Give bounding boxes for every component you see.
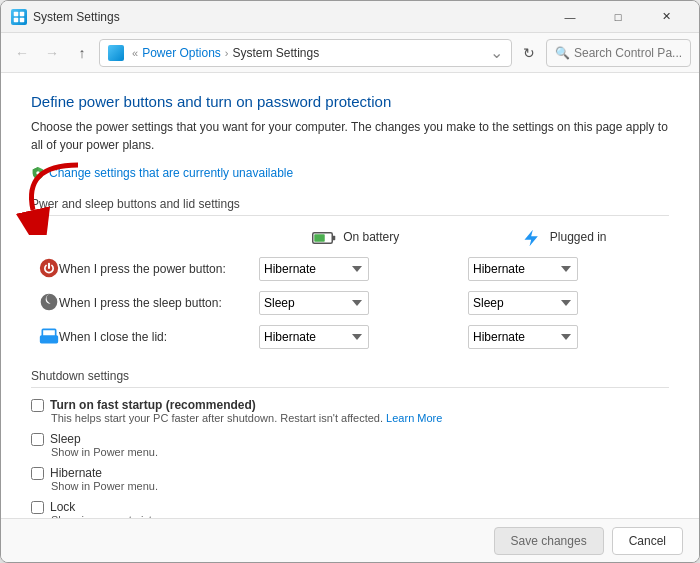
page-title: Define power buttons and turn on passwor…: [31, 93, 669, 110]
save-button[interactable]: Save changes: [494, 527, 604, 555]
shutdown-section: Shutdown settings Turn on fast startup (…: [31, 368, 669, 518]
forward-button[interactable]: →: [39, 40, 65, 66]
table-row: When I press the sleep button: Do nothin…: [31, 286, 669, 320]
table-row: When I close the lid: Do nothingSleepHib…: [31, 320, 669, 354]
addressbar: ← → ↑ « Power Options › System Settings …: [1, 33, 699, 73]
battery-select[interactable]: Do nothingSleepHibernateShut down: [259, 291, 369, 315]
window-controls: — □ ✕: [547, 1, 689, 33]
shutdown-item-label: Sleep: [50, 432, 81, 446]
search-input[interactable]: [574, 46, 682, 60]
power-settings-table: On battery Plugged in W: [31, 224, 669, 354]
svg-point-10: [41, 293, 58, 310]
shutdown-checkbox[interactable]: [31, 467, 44, 480]
breadcrumb-icon: [108, 45, 124, 61]
svg-rect-8: [314, 234, 325, 242]
shutdown-item-desc: Show in Power menu.: [51, 446, 669, 458]
breadcrumb-arrow: ›: [225, 47, 229, 59]
svg-rect-0: [14, 11, 19, 16]
col-battery-header: On battery: [251, 224, 460, 252]
plugged-select[interactable]: Do nothingSleepHibernateShut downTurn of…: [468, 325, 578, 349]
battery-select[interactable]: Do nothingSleepHibernateShut downTurn of…: [259, 325, 369, 349]
battery-select-cell: Do nothingSleepHibernateShut downTurn of…: [251, 252, 460, 286]
refresh-button[interactable]: ↻: [516, 40, 542, 66]
window-icon: [11, 9, 27, 25]
col-plugged-header: Plugged in: [460, 224, 669, 252]
plugged-select-cell: Do nothingSleepHibernateShut downTurn of…: [460, 320, 669, 354]
learn-more-link[interactable]: Learn More: [386, 412, 442, 424]
shutdown-item-desc: Show in Power menu.: [51, 480, 669, 492]
back-button[interactable]: ←: [9, 40, 35, 66]
shutdown-item: Sleep Show in Power menu.: [31, 432, 669, 458]
shutdown-checkbox[interactable]: [31, 399, 44, 412]
svg-point-5: [36, 171, 40, 175]
up-button[interactable]: ↑: [69, 40, 95, 66]
row-label: When I close the lid:: [31, 320, 251, 354]
minimize-button[interactable]: —: [547, 1, 593, 33]
window-title: System Settings: [33, 10, 547, 24]
section-header-text: Pwer and sleep buttons and lid settings: [31, 197, 240, 211]
shutdown-items-container: Turn on fast startup (recommended) This …: [31, 398, 669, 518]
shutdown-item-desc: This helps start your PC faster after sh…: [51, 412, 669, 424]
breadcrumb: « Power Options › System Settings ⌄: [99, 39, 512, 67]
shutdown-item: Turn on fast startup (recommended) This …: [31, 398, 669, 424]
battery-icon: [312, 230, 343, 244]
main-window: System Settings — □ ✕ ← → ↑ « Power Opti…: [0, 0, 700, 563]
plugged-icon: [522, 230, 549, 244]
breadcrumb-sep1: «: [132, 47, 138, 59]
col-plugged-label: Plugged in: [550, 230, 607, 244]
battery-select-cell: Do nothingSleepHibernateShut downTurn of…: [251, 320, 460, 354]
breadcrumb-power-options[interactable]: Power Options: [142, 46, 221, 60]
search-box: 🔍: [546, 39, 691, 67]
cancel-button[interactable]: Cancel: [612, 527, 683, 555]
page-description: Choose the power settings that you want …: [31, 118, 669, 154]
shield-icon: [31, 166, 45, 180]
change-settings-text: Change settings that are currently unava…: [49, 166, 293, 180]
shutdown-item: Hibernate Show in Power menu.: [31, 466, 669, 492]
col-battery-label: On battery: [343, 230, 399, 244]
breadcrumb-expand-icon[interactable]: ⌄: [490, 43, 503, 62]
plugged-select-cell: Do nothingSleepHibernateShut down: [460, 286, 669, 320]
shutdown-item-desc: Show in account picture menu.: [51, 514, 669, 518]
row-label: When I press the power button:: [31, 252, 251, 286]
shutdown-checkbox[interactable]: [31, 433, 44, 446]
shutdown-item: Lock Show in account picture menu.: [31, 500, 669, 518]
battery-select-cell: Do nothingSleepHibernateShut down: [251, 286, 460, 320]
table-row: When I press the power button: Do nothin…: [31, 252, 669, 286]
maximize-button[interactable]: □: [595, 1, 641, 33]
shutdown-checkbox[interactable]: [31, 501, 44, 514]
row-icon: [39, 326, 59, 349]
plugged-select[interactable]: Do nothingSleepHibernateShut downTurn of…: [468, 257, 578, 281]
footer: Save changes Cancel: [1, 518, 699, 562]
svg-rect-7: [332, 236, 335, 241]
titlebar: System Settings — □ ✕: [1, 1, 699, 33]
breadcrumb-current: System Settings: [233, 46, 320, 60]
change-settings-link[interactable]: Change settings that are currently unava…: [31, 166, 293, 180]
content-area: Define power buttons and turn on passwor…: [1, 73, 699, 518]
svg-rect-1: [20, 11, 25, 16]
shutdown-title: Shutdown settings: [31, 369, 129, 383]
row-icon: [39, 258, 59, 281]
svg-rect-3: [20, 17, 25, 22]
battery-select[interactable]: Do nothingSleepHibernateShut downTurn of…: [259, 257, 369, 281]
row-icon: [39, 292, 59, 315]
shutdown-item-label: Turn on fast startup (recommended): [50, 398, 256, 412]
plugged-select-cell: Do nothingSleepHibernateShut downTurn of…: [460, 252, 669, 286]
search-icon: 🔍: [555, 46, 570, 60]
power-sleep-section-header: Pwer and sleep buttons and lid settings: [31, 197, 669, 216]
row-label: When I press the sleep button:: [31, 286, 251, 320]
plugged-select[interactable]: Do nothingSleepHibernateShut down: [468, 291, 578, 315]
svg-rect-2: [14, 17, 19, 22]
shutdown-item-label: Lock: [50, 500, 75, 514]
shutdown-item-label: Hibernate: [50, 466, 102, 480]
close-button[interactable]: ✕: [643, 1, 689, 33]
col-label-header: [31, 224, 251, 252]
